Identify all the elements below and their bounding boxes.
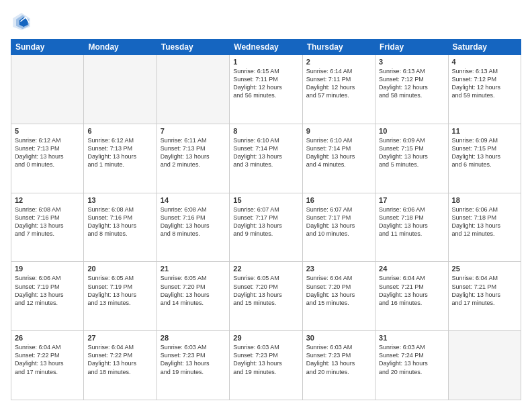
cell-info: Sunrise: 6:13 AM Sunset: 7:12 PM Dayligh… bbox=[379, 67, 444, 100]
day-number: 19 bbox=[15, 265, 80, 273]
day-number: 31 bbox=[379, 334, 444, 342]
cell-info: Sunrise: 6:05 AM Sunset: 7:20 PM Dayligh… bbox=[233, 274, 298, 307]
calendar-cell: 4Sunrise: 6:13 AM Sunset: 7:12 PM Daylig… bbox=[448, 55, 521, 124]
calendar-cell: 12Sunrise: 6:08 AM Sunset: 7:16 PM Dayli… bbox=[11, 193, 84, 262]
cell-info: Sunrise: 6:08 AM Sunset: 7:16 PM Dayligh… bbox=[161, 205, 226, 238]
cell-info: Sunrise: 6:09 AM Sunset: 7:15 PM Dayligh… bbox=[379, 136, 444, 169]
day-number: 24 bbox=[379, 265, 444, 273]
logo bbox=[11, 11, 35, 32]
cell-info: Sunrise: 6:07 AM Sunset: 7:17 PM Dayligh… bbox=[233, 205, 298, 238]
calendar-cell: 30Sunrise: 6:03 AM Sunset: 7:23 PM Dayli… bbox=[302, 331, 375, 400]
logo-icon bbox=[11, 11, 32, 32]
day-number: 8 bbox=[233, 127, 298, 135]
calendar-cell bbox=[11, 55, 84, 124]
day-number: 16 bbox=[306, 196, 371, 204]
day-number: 14 bbox=[161, 196, 226, 204]
calendar-cell: 26Sunrise: 6:04 AM Sunset: 7:22 PM Dayli… bbox=[11, 331, 84, 400]
day-number: 21 bbox=[161, 265, 226, 273]
calendar-cell bbox=[448, 331, 521, 400]
cell-info: Sunrise: 6:06 AM Sunset: 7:18 PM Dayligh… bbox=[379, 205, 444, 238]
day-number: 27 bbox=[87, 334, 152, 342]
cell-info: Sunrise: 6:04 AM Sunset: 7:20 PM Dayligh… bbox=[306, 274, 371, 307]
cell-info: Sunrise: 6:14 AM Sunset: 7:11 PM Dayligh… bbox=[306, 67, 371, 100]
calendar-cell: 18Sunrise: 6:06 AM Sunset: 7:18 PM Dayli… bbox=[448, 193, 521, 262]
week-row-2: 5Sunrise: 6:12 AM Sunset: 7:13 PM Daylig… bbox=[11, 124, 521, 193]
day-number: 9 bbox=[306, 127, 371, 135]
calendar-cell bbox=[84, 55, 157, 124]
calendar-cell: 19Sunrise: 6:06 AM Sunset: 7:19 PM Dayli… bbox=[11, 262, 84, 331]
cell-info: Sunrise: 6:03 AM Sunset: 7:23 PM Dayligh… bbox=[161, 343, 226, 376]
weekday-header-tuesday: Tuesday bbox=[157, 40, 229, 55]
cell-info: Sunrise: 6:10 AM Sunset: 7:14 PM Dayligh… bbox=[233, 136, 298, 169]
cell-info: Sunrise: 6:04 AM Sunset: 7:22 PM Dayligh… bbox=[87, 343, 152, 376]
week-row-5: 26Sunrise: 6:04 AM Sunset: 7:22 PM Dayli… bbox=[11, 331, 521, 400]
day-number: 7 bbox=[161, 127, 226, 135]
calendar-cell: 17Sunrise: 6:06 AM Sunset: 7:18 PM Dayli… bbox=[375, 193, 448, 262]
cell-info: Sunrise: 6:04 AM Sunset: 7:22 PM Dayligh… bbox=[15, 343, 80, 376]
weekday-header-sunday: Sunday bbox=[11, 40, 84, 55]
day-number: 4 bbox=[452, 58, 517, 66]
day-number: 26 bbox=[15, 334, 80, 342]
header bbox=[11, 11, 521, 32]
day-number: 23 bbox=[306, 265, 371, 273]
cell-info: Sunrise: 6:08 AM Sunset: 7:16 PM Dayligh… bbox=[15, 205, 80, 238]
cell-info: Sunrise: 6:10 AM Sunset: 7:14 PM Dayligh… bbox=[306, 136, 371, 169]
calendar-cell: 11Sunrise: 6:09 AM Sunset: 7:15 PM Dayli… bbox=[448, 124, 521, 193]
cell-info: Sunrise: 6:03 AM Sunset: 7:23 PM Dayligh… bbox=[233, 343, 298, 376]
day-number: 1 bbox=[233, 58, 298, 66]
cell-info: Sunrise: 6:05 AM Sunset: 7:20 PM Dayligh… bbox=[161, 274, 226, 307]
calendar-cell: 28Sunrise: 6:03 AM Sunset: 7:23 PM Dayli… bbox=[157, 331, 229, 400]
cell-info: Sunrise: 6:08 AM Sunset: 7:16 PM Dayligh… bbox=[87, 205, 152, 238]
calendar-cell: 21Sunrise: 6:05 AM Sunset: 7:20 PM Dayli… bbox=[157, 262, 229, 331]
week-row-3: 12Sunrise: 6:08 AM Sunset: 7:16 PM Dayli… bbox=[11, 193, 521, 262]
day-number: 6 bbox=[87, 127, 152, 135]
day-number: 3 bbox=[379, 58, 444, 66]
calendar-cell: 7Sunrise: 6:11 AM Sunset: 7:13 PM Daylig… bbox=[157, 124, 229, 193]
cell-info: Sunrise: 6:12 AM Sunset: 7:13 PM Dayligh… bbox=[15, 136, 80, 169]
weekday-header-monday: Monday bbox=[84, 40, 157, 55]
calendar-cell: 6Sunrise: 6:12 AM Sunset: 7:13 PM Daylig… bbox=[84, 124, 157, 193]
cell-info: Sunrise: 6:15 AM Sunset: 7:11 PM Dayligh… bbox=[233, 67, 298, 100]
cell-info: Sunrise: 6:06 AM Sunset: 7:18 PM Dayligh… bbox=[452, 205, 517, 238]
calendar-cell bbox=[157, 55, 229, 124]
week-row-1: 1Sunrise: 6:15 AM Sunset: 7:11 PM Daylig… bbox=[11, 55, 521, 124]
weekday-header-wednesday: Wednesday bbox=[230, 40, 302, 55]
day-number: 5 bbox=[15, 127, 80, 135]
calendar-cell: 15Sunrise: 6:07 AM Sunset: 7:17 PM Dayli… bbox=[230, 193, 302, 262]
calendar-cell: 9Sunrise: 6:10 AM Sunset: 7:14 PM Daylig… bbox=[302, 124, 375, 193]
calendar-cell: 5Sunrise: 6:12 AM Sunset: 7:13 PM Daylig… bbox=[11, 124, 84, 193]
page: SundayMondayTuesdayWednesdayThursdayFrid… bbox=[0, 0, 532, 411]
cell-info: Sunrise: 6:06 AM Sunset: 7:19 PM Dayligh… bbox=[15, 274, 80, 307]
day-number: 20 bbox=[87, 265, 152, 273]
cell-info: Sunrise: 6:12 AM Sunset: 7:13 PM Dayligh… bbox=[87, 136, 152, 169]
day-number: 11 bbox=[452, 127, 517, 135]
cell-info: Sunrise: 6:09 AM Sunset: 7:15 PM Dayligh… bbox=[452, 136, 517, 169]
calendar-cell: 24Sunrise: 6:04 AM Sunset: 7:21 PM Dayli… bbox=[375, 262, 448, 331]
cell-info: Sunrise: 6:13 AM Sunset: 7:12 PM Dayligh… bbox=[452, 67, 517, 100]
calendar-cell: 22Sunrise: 6:05 AM Sunset: 7:20 PM Dayli… bbox=[230, 262, 302, 331]
day-number: 12 bbox=[15, 196, 80, 204]
calendar-cell: 20Sunrise: 6:05 AM Sunset: 7:19 PM Dayli… bbox=[84, 262, 157, 331]
calendar-cell: 23Sunrise: 6:04 AM Sunset: 7:20 PM Dayli… bbox=[302, 262, 375, 331]
cell-info: Sunrise: 6:03 AM Sunset: 7:23 PM Dayligh… bbox=[306, 343, 371, 376]
day-number: 25 bbox=[452, 265, 517, 273]
calendar-cell: 1Sunrise: 6:15 AM Sunset: 7:11 PM Daylig… bbox=[230, 55, 302, 124]
calendar-cell: 3Sunrise: 6:13 AM Sunset: 7:12 PM Daylig… bbox=[375, 55, 448, 124]
day-number: 10 bbox=[379, 127, 444, 135]
day-number: 2 bbox=[306, 58, 371, 66]
weekday-header-friday: Friday bbox=[375, 40, 448, 55]
calendar-cell: 29Sunrise: 6:03 AM Sunset: 7:23 PM Dayli… bbox=[230, 331, 302, 400]
weekday-header-thursday: Thursday bbox=[302, 40, 375, 55]
day-number: 22 bbox=[233, 265, 298, 273]
calendar-cell: 31Sunrise: 6:03 AM Sunset: 7:24 PM Dayli… bbox=[375, 331, 448, 400]
weekday-header-saturday: Saturday bbox=[448, 40, 521, 55]
day-number: 30 bbox=[306, 334, 371, 342]
calendar-cell: 14Sunrise: 6:08 AM Sunset: 7:16 PM Dayli… bbox=[157, 193, 229, 262]
day-number: 15 bbox=[233, 196, 298, 204]
calendar-cell: 25Sunrise: 6:04 AM Sunset: 7:21 PM Dayli… bbox=[448, 262, 521, 331]
day-number: 29 bbox=[233, 334, 298, 342]
cell-info: Sunrise: 6:11 AM Sunset: 7:13 PM Dayligh… bbox=[161, 136, 226, 169]
calendar-table: SundayMondayTuesdayWednesdayThursdayFrid… bbox=[11, 39, 521, 400]
day-number: 13 bbox=[87, 196, 152, 204]
calendar-cell: 27Sunrise: 6:04 AM Sunset: 7:22 PM Dayli… bbox=[84, 331, 157, 400]
